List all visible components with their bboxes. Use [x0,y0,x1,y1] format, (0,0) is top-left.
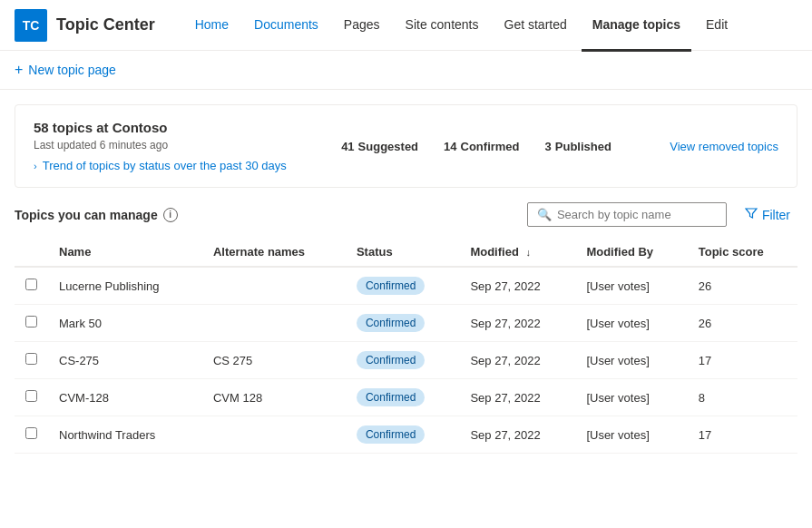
row-modified-by: [User votes] [575,305,687,342]
plus-icon: + [15,62,23,78]
row-modified: Sep 27, 2022 [459,267,575,305]
table-header-row: Name Alternate names Status Modified ↓ M… [15,238,797,267]
row-topic-score: 26 [688,305,797,342]
nav-item-site-contents[interactable]: Site contents [395,1,490,52]
new-topic-button[interactable]: + New topic page [15,58,116,82]
row-checkbox[interactable] [25,279,37,290]
nav-item-home[interactable]: Home [184,1,240,52]
row-topic-score: 8 [688,379,797,416]
th-topic-score: Topic score [688,238,797,267]
new-topic-label: New topic page [28,63,116,77]
status-badge: Confirmed [357,314,425,332]
topics-title-block: Topics you can manage i [15,208,178,222]
row-checkbox[interactable] [25,316,37,328]
row-topic-score: 26 [688,267,797,305]
row-checkbox[interactable] [25,353,37,365]
topics-table: Name Alternate names Status Modified ↓ M… [15,238,797,454]
logo-block: TC Topic Center [15,9,155,42]
row-checkbox-cell [15,416,48,454]
topics-header: Topics you can manage i 🔍 Filter [15,202,797,227]
row-name: Mark 50 [48,305,202,342]
search-input[interactable] [557,208,717,221]
row-alternate-names: CS 275 [202,342,346,379]
row-status: Confirmed [346,305,459,342]
logo-icon: TC [15,9,47,42]
row-name: CS-275 [48,342,202,379]
table-row: CVM-128 CVM 128 Confirmed Sep 27, 2022 [… [15,379,797,416]
site-title: Topic Center [56,15,155,34]
confirmed-stat: 14Confirmed [444,140,523,153]
header-controls: 🔍 Filter [527,202,797,227]
status-badge: Confirmed [357,425,425,444]
row-modified: Sep 27, 2022 [459,379,575,416]
row-checkbox-cell [15,305,48,342]
th-alternate-names: Alternate names [202,238,346,267]
search-box[interactable]: 🔍 [527,202,727,227]
th-status: Status [346,238,459,267]
nav-item-pages[interactable]: Pages [333,1,391,52]
table-row: Mark 50 Confirmed Sep 27, 2022 [User vot… [15,305,797,342]
row-modified-by: [User votes] [575,342,687,379]
toolbar: + New topic page [0,51,812,90]
th-name: Name [48,238,202,267]
trend-link[interactable]: › Trend of topics by status over the pas… [34,159,287,172]
row-modified-by: [User votes] [575,267,687,305]
last-updated: Last updated 6 minutes ago [34,139,287,152]
row-topic-score: 17 [688,342,797,379]
search-icon: 🔍 [537,208,552,221]
row-name: Northwind Traders [48,416,202,454]
nav-item-get-started[interactable]: Get started [494,1,578,52]
confirmed-label: Confirmed [461,140,520,153]
row-status: Confirmed [346,342,459,379]
sort-icon: ↓ [525,247,531,258]
confirmed-count: 14 [444,140,456,153]
row-topic-score: 17 [688,416,797,454]
row-alternate-names [202,305,346,342]
status-badge: Confirmed [357,351,425,369]
suggested-label: Suggested [358,140,418,153]
row-checkbox-cell [15,342,48,379]
row-name: Lucerne Publishing [48,267,202,305]
header: TC Topic Center HomeDocumentsPagesSite c… [0,0,812,51]
row-alternate-names [202,267,346,305]
main-nav: HomeDocumentsPagesSite contentsGet start… [184,0,797,51]
nav-item-edit[interactable]: Edit [695,1,739,52]
row-status: Confirmed [346,416,459,454]
summary-card: 58 topics at Contoso Last updated 6 minu… [15,104,797,188]
info-icon[interactable]: i [163,208,178,222]
trend-label: Trend of topics by status over the past … [43,159,287,172]
summary-stats: 41Suggested 14Confirmed 3Published [341,140,615,153]
filter-button[interactable]: Filter [738,203,797,226]
row-modified: Sep 27, 2022 [459,416,575,454]
row-name: CVM-128 [48,379,202,416]
suggested-stat: 41Suggested [341,140,422,153]
published-stat: 3Published [545,140,615,153]
table-row: Northwind Traders Confirmed Sep 27, 2022… [15,416,797,454]
suggested-count: 41 [341,140,354,153]
table-row: CS-275 CS 275 Confirmed Sep 27, 2022 [Us… [15,342,797,379]
th-modified-by: Modified By [575,238,687,267]
row-checkbox[interactable] [25,390,37,402]
row-modified-by: [User votes] [575,379,687,416]
row-status: Confirmed [346,379,459,416]
filter-icon [745,207,758,222]
published-label: Published [555,140,611,153]
th-checkbox [15,238,48,267]
th-modified[interactable]: Modified ↓ [459,238,575,267]
nav-item-documents[interactable]: Documents [243,1,329,52]
table-row: Lucerne Publishing Confirmed Sep 27, 202… [15,267,797,305]
row-checkbox-cell [15,267,48,305]
row-checkbox-cell [15,379,48,416]
row-alternate-names [202,416,346,454]
topics-title-text: Topics you can manage [15,208,158,222]
topics-section: Topics you can manage i 🔍 Filter Nam [0,202,812,454]
status-badge: Confirmed [357,388,425,406]
view-removed-link[interactable]: View removed topics [670,140,778,153]
row-checkbox[interactable] [25,427,37,439]
chevron-right-icon: › [34,161,37,171]
row-status: Confirmed [346,267,459,305]
status-badge: Confirmed [357,277,425,295]
published-count: 3 [545,140,552,153]
filter-label: Filter [762,208,790,222]
nav-item-manage-topics[interactable]: Manage topics [582,1,691,52]
